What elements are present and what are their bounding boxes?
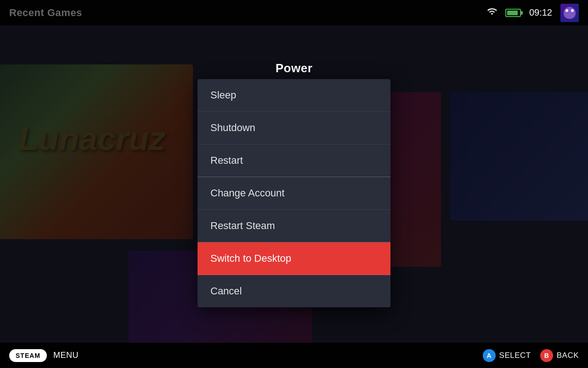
select-label: SELECT — [499, 351, 531, 360]
menu-item-restart[interactable]: Restart — [198, 144, 390, 177]
steam-label: STEAM — [16, 352, 40, 359]
battery-indicator — [505, 9, 521, 17]
menu-item-shutdown[interactable]: Shutdown — [198, 112, 390, 144]
power-menu: Sleep Shutdown Restart Change Account Re… — [198, 79, 390, 307]
bottombar-right: A SELECT B BACK — [483, 349, 579, 362]
menu-item-cancel[interactable]: Cancel — [198, 275, 390, 307]
menu-item-sleep[interactable]: Sleep — [198, 79, 390, 112]
bottombar: STEAM MENU A SELECT B BACK — [0, 343, 588, 368]
b-button-icon: B — [540, 349, 553, 362]
battery-icon — [505, 9, 521, 17]
bottombar-left: STEAM MENU — [9, 349, 79, 362]
steam-button[interactable]: STEAM — [9, 349, 47, 362]
topbar-right: 09:12 — [487, 4, 579, 22]
select-hint: A SELECT — [483, 349, 531, 362]
page-title: Recent Games — [9, 7, 82, 18]
power-menu-title: Power — [276, 61, 313, 75]
back-label: BACK — [557, 351, 579, 360]
clock: 09:12 — [529, 7, 552, 18]
menu-item-change-account[interactable]: Change Account — [198, 177, 390, 210]
battery-fill — [507, 11, 518, 15]
wifi-icon — [487, 6, 497, 19]
a-button-icon: A — [483, 349, 496, 362]
topbar: Recent Games 09:12 — [0, 0, 588, 25]
back-hint: B BACK — [540, 349, 579, 362]
avatar[interactable] — [560, 4, 579, 22]
power-menu-wrapper: Power Sleep Shutdown Restart Change Acco… — [0, 25, 588, 343]
avatar-face — [564, 7, 576, 19]
avatar-image — [560, 4, 579, 22]
menu-item-restart-steam[interactable]: Restart Steam — [198, 210, 390, 242]
menu-label: MENU — [53, 351, 79, 360]
topbar-left: Recent Games — [9, 7, 487, 19]
menu-item-switch-to-desktop[interactable]: Switch to Desktop — [198, 242, 390, 275]
